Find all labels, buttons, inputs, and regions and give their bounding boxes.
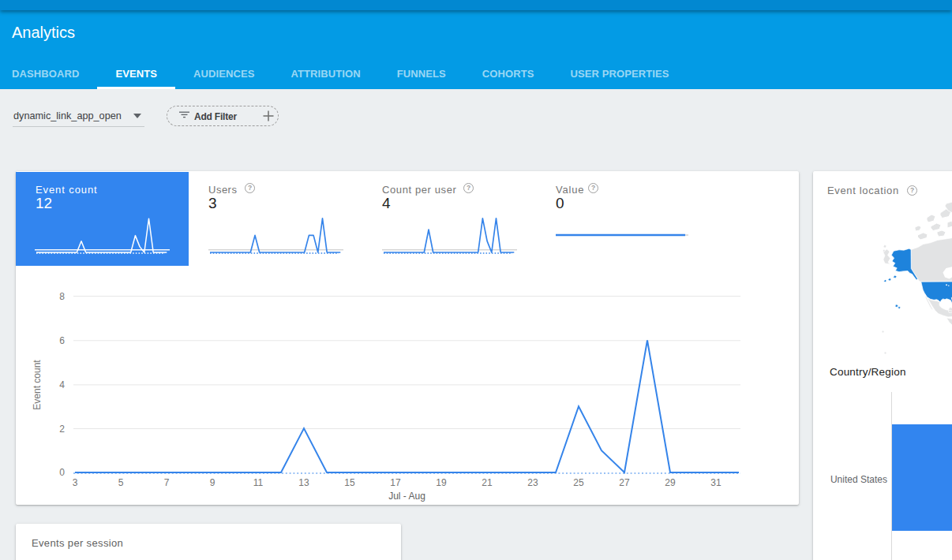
svg-text:19: 19 (436, 477, 447, 488)
svg-text:9: 9 (210, 477, 216, 488)
svg-text:2: 2 (59, 424, 65, 435)
svg-text:7: 7 (164, 477, 170, 488)
svg-text:3: 3 (73, 477, 78, 488)
svg-text:5: 5 (118, 477, 124, 488)
svg-text:31: 31 (710, 477, 721, 488)
svg-text:11: 11 (253, 477, 264, 488)
svg-text:27: 27 (619, 477, 630, 488)
svg-text:23: 23 (527, 477, 538, 488)
svg-text:6: 6 (59, 335, 65, 346)
svg-text:0: 0 (59, 467, 65, 478)
svg-text:15: 15 (344, 477, 355, 488)
svg-text:Event count: Event count (32, 360, 43, 410)
svg-text:25: 25 (573, 477, 584, 488)
svg-text:21: 21 (482, 477, 493, 488)
svg-text:17: 17 (390, 477, 401, 488)
svg-text:8: 8 (59, 291, 65, 302)
svg-text:4: 4 (59, 379, 65, 390)
svg-text:29: 29 (665, 477, 676, 488)
svg-text:Jul - Aug: Jul - Aug (388, 491, 425, 502)
svg-text:13: 13 (298, 477, 309, 488)
